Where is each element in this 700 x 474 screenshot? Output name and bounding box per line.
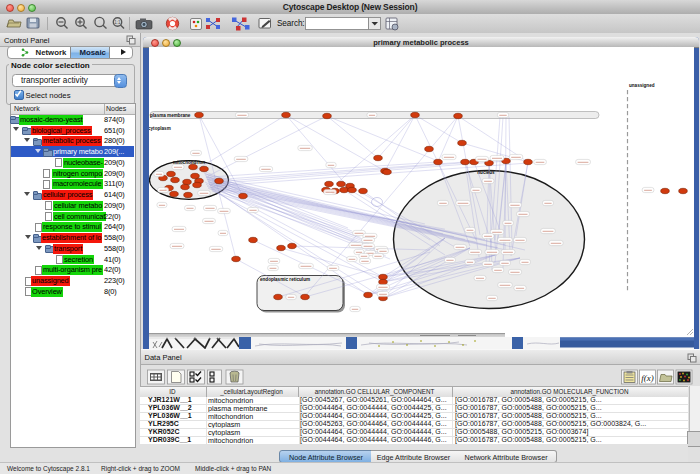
svg-text:endoplasmic reticulum: endoplasmic reticulum <box>260 277 310 282</box>
svg-text:unassigned: unassigned <box>629 83 655 88</box>
svg-text:Search:: Search: <box>277 19 305 28</box>
svg-text:f(x): f(x) <box>641 373 654 383</box>
svg-text:cytoplasm: cytoplasm <box>149 126 171 131</box>
svg-text:plasma membrane: plasma membrane <box>150 113 191 118</box>
svg-text:nucleus: nucleus <box>477 170 495 175</box>
svg-text:mitochondrion: mitochondrion <box>173 160 205 165</box>
